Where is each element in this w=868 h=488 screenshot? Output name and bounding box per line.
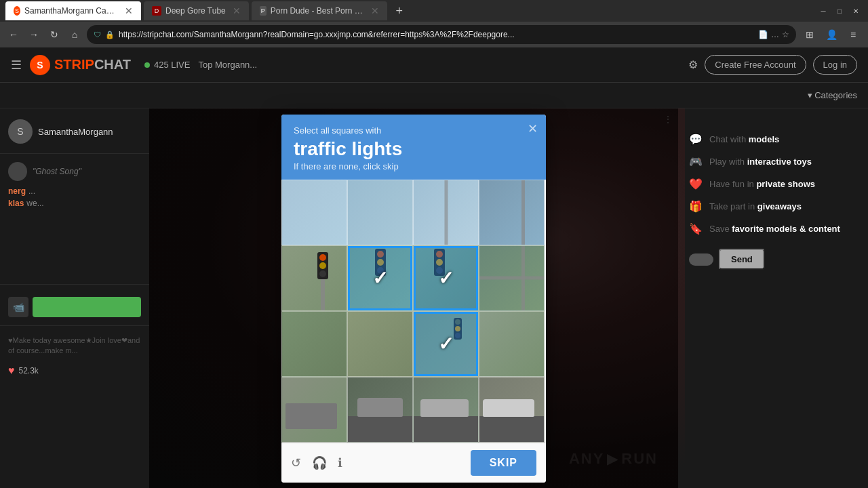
back-button[interactable]: ←: [5, 26, 22, 43]
heart-icon[interactable]: ♥: [8, 365, 15, 377]
song-label: "Ghost Song": [33, 167, 81, 176]
security-icon: 🛡: [94, 30, 101, 39]
skip-button[interactable]: SKIP: [471, 450, 536, 476]
chat-line-1: nerg ...: [0, 185, 149, 197]
feature-private: ❤️ Have fun in private shows: [689, 178, 857, 190]
tab-deepgore[interactable]: D Deep Gore Tube ✕: [144, 1, 249, 20]
secondary-nav: ▾ Categories: [0, 83, 868, 108]
captcha-cell-2-3[interactable]: [479, 311, 545, 377]
lock-icon: 🔒: [105, 30, 115, 39]
menu-icon[interactable]: ≡: [844, 25, 863, 44]
send-button[interactable]: Send: [719, 249, 765, 270]
live-count: 425 LIVE: [154, 60, 191, 70]
toolbar-right: ⊞ 👤 ≡: [800, 25, 863, 44]
private-icon: ❤️: [689, 178, 703, 190]
tab-favicon-porndude: P: [260, 6, 267, 16]
audio-captcha-icon[interactable]: 🎧: [312, 455, 327, 470]
chat-user-nerg: nerg: [8, 186, 26, 196]
tl-red-1-2: [436, 251, 443, 258]
sidebar-bottom-text: ♥Make today awesome★Join love❤and of cou…: [0, 330, 149, 362]
address-bar[interactable]: 🛡 🔒 https://stripchat.com/SamanthaMorgan…: [87, 25, 796, 44]
settings-icon[interactable]: ⚙: [688, 58, 698, 71]
live-count-area: 425 LIVE: [144, 60, 191, 70]
info-captcha-icon[interactable]: ℹ: [338, 455, 342, 470]
feature-giveaways: 🎁 Take part in giveaways: [689, 200, 857, 213]
captcha-cell-1-2[interactable]: ✓: [413, 245, 479, 311]
forward-button[interactable]: →: [26, 26, 42, 43]
captcha-cell-3-0[interactable]: [281, 377, 347, 443]
captcha-cell-0-0[interactable]: [281, 180, 347, 245]
right-panel: 💬 Chat with models 🎮 Play with interacti…: [678, 108, 868, 488]
home-button[interactable]: ⌂: [66, 26, 83, 43]
tab-favicon-stripchat: S: [14, 6, 20, 16]
site-wrapper: ☰ S STRIPCHAT 425 LIVE Top Morgann... ⚙ …: [0, 47, 868, 488]
traffic-light-1-0: [317, 252, 328, 279]
toys-icon: 🎮: [689, 155, 703, 168]
captcha-cell-0-1[interactable]: [347, 180, 413, 245]
check-mark-1-1: ✓: [372, 267, 388, 289]
send-area: Send: [689, 249, 857, 270]
refresh-captcha-icon[interactable]: ↺: [291, 455, 301, 470]
new-tab-button[interactable]: +: [390, 1, 409, 20]
tab-close-stripchat[interactable]: ✕: [125, 5, 133, 16]
captcha-cell-0-2[interactable]: [413, 180, 479, 245]
trailer-shape: [285, 403, 337, 429]
create-account-button[interactable]: Create Free Account: [705, 55, 806, 75]
address-text: https://stripchat.com/SamanthaMorgann?re…: [119, 30, 754, 39]
profile-icon[interactable]: 👤: [822, 25, 841, 44]
captcha-close-button[interactable]: ✕: [528, 121, 538, 136]
tab-porndude[interactable]: P Porn Dude - Best Porn Sites & Fre... ✕: [252, 1, 387, 20]
minimize-button[interactable]: ─: [816, 5, 830, 16]
feature-toys: 🎮 Play with interactive toys: [689, 155, 857, 168]
captcha-cell-1-1[interactable]: ✓: [347, 245, 413, 311]
toggle-switch[interactable]: [689, 253, 713, 266]
captcha-cell-3-2[interactable]: [413, 377, 479, 443]
captcha-cell-1-3[interactable]: [479, 245, 545, 311]
tl-y-2-2: [455, 326, 460, 331]
cam-button[interactable]: 📹: [8, 297, 28, 317]
chat-text-1: ...: [28, 186, 35, 196]
tab-label-porndude: Porn Dude - Best Porn Sites & Fre...: [271, 6, 364, 16]
tab-stripchat[interactable]: S SamanthaMorgann Cam Model: Fr... ✕: [5, 1, 141, 20]
captcha-cell-2-0[interactable]: [281, 311, 347, 377]
captcha-cell-2-2[interactable]: ✓: [413, 311, 479, 377]
feature-chat-text: Chat with models: [709, 134, 779, 144]
avatar: S: [8, 119, 33, 144]
captcha-cell-3-1[interactable]: [347, 377, 413, 443]
captcha-footer-icons: ↺ 🎧 ℹ: [291, 455, 342, 470]
feature-save-text: Save favorite models & content: [709, 224, 840, 234]
maximize-button[interactable]: □: [833, 5, 846, 16]
close-button[interactable]: ✕: [849, 5, 863, 16]
login-button[interactable]: Log in: [813, 55, 857, 75]
more-icon[interactable]: …: [771, 30, 779, 39]
tab-close-porndude[interactable]: ✕: [371, 5, 379, 16]
road-3-1: [348, 416, 412, 442]
logo-chat: CHAT: [94, 57, 131, 72]
sidebar-divider-2: [0, 284, 149, 285]
car-3-1: [357, 398, 403, 418]
captcha-cell-3-3[interactable]: [479, 377, 545, 443]
feature-save: 🔖 Save favorite models & content: [689, 222, 857, 235]
captcha-cell-1-0[interactable]: [281, 245, 347, 311]
chat-messages: "Ghost Song" nerg ... klas we...: [0, 158, 149, 280]
tab-label-stripchat: SamanthaMorgann Cam Model: Fr...: [24, 6, 118, 16]
captcha-image-area: ✓ ✓: [281, 180, 546, 443]
chat-input-area: 📹: [0, 289, 149, 321]
tab-close-deepgore[interactable]: ✕: [233, 5, 241, 16]
bookmark-icon[interactable]: ☆: [782, 30, 789, 39]
arm-1-3: [479, 277, 544, 280]
like-area: ♥ 52.3k: [0, 362, 149, 380]
categories-button[interactable]: ▾ Categories: [808, 90, 857, 100]
reader-icon[interactable]: 📄: [758, 30, 768, 39]
pole-top: [444, 180, 448, 245]
captcha-cell-2-1[interactable]: [347, 311, 413, 377]
feature-private-text: Have fun in private shows: [709, 179, 815, 189]
chat-action-button[interactable]: [33, 297, 141, 317]
chat-icon: 💬: [689, 133, 703, 146]
captcha-cell-0-3[interactable]: [479, 180, 545, 245]
extensions-icon[interactable]: ⊞: [800, 25, 819, 44]
refresh-button[interactable]: ↻: [46, 26, 62, 43]
car-3-3: [483, 399, 534, 418]
hamburger-menu[interactable]: ☰: [11, 58, 22, 73]
chat-item-ghost-song: "Ghost Song": [0, 158, 149, 185]
